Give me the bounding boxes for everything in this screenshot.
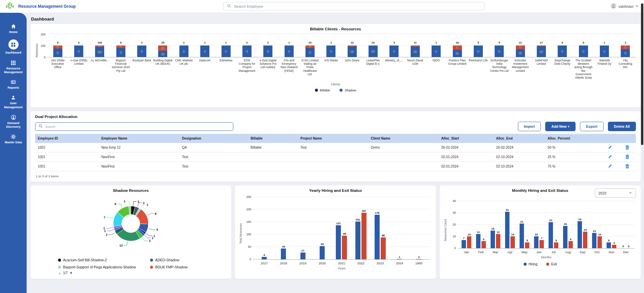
billable-plot-area: 8263314317126514222512132211112222111028… — [47, 34, 636, 79]
table-row[interactable]: 1001NaviFirstTest02-01-202402-10-202425 … — [35, 152, 636, 162]
home-icon — [11, 24, 16, 29]
yearly-plot: 0501001502002509432753137951511871788812 — [253, 197, 430, 260]
sidebar-item-master-data[interactable]: Master Data — [0, 133, 27, 146]
export-button[interactable]: Export — [580, 122, 603, 131]
employee-search-input[interactable] — [234, 4, 481, 8]
monthly-plot-wrap: Resources Count0102030407101261512311021… — [443, 201, 637, 259]
add-new-button[interactable]: Add New + — [545, 122, 576, 131]
cell-employee_name: NaviFirst — [98, 152, 179, 162]
billable-segment: 9 — [558, 46, 567, 57]
sidebar-item-resource-management[interactable]: Resource Management — [0, 59, 27, 76]
billable-value: 10 — [414, 50, 416, 53]
legend-page-down-icon[interactable]: ▼ — [69, 271, 73, 275]
donut-leader-line — [140, 205, 145, 208]
legend-label: Hiring — [529, 262, 537, 266]
billable-value: 2 — [183, 50, 184, 53]
legend-item-billable: Billable — [315, 88, 330, 92]
shadow-segment: 1 — [621, 46, 630, 49]
client-label: Wärtsilä Finland Oy — [594, 57, 615, 79]
client-label: Practice Plan Group Limited — [447, 57, 468, 79]
client-bar-group: 514 — [110, 34, 131, 57]
dashboard-icon — [8, 39, 19, 50]
stacked-bar: 9 — [579, 46, 588, 57]
yearly-y-axis-label: Total Resources — [238, 197, 243, 270]
resource-management-icon — [11, 60, 16, 65]
billable-x-labels: Abu Dhabi Executive OfficeA-Gas (ORB) Li… — [47, 57, 636, 79]
edit-button[interactable] — [602, 152, 619, 162]
client-label: AL MOAMM... — [89, 57, 110, 79]
table-row[interactable]: 1001NaviFirstTest02-01-202402-10-202475 … — [35, 162, 636, 171]
bar-group-apr: 3110 — [503, 201, 517, 248]
allocation-search[interactable] — [35, 122, 233, 131]
employee-search[interactable] — [223, 2, 485, 10]
hiring-dot — [524, 263, 527, 266]
billable-value: 11 — [456, 52, 459, 55]
hiring-value-label: 151 — [356, 218, 360, 221]
bayport-support-of-pega-applications-shadow-dot — [58, 266, 61, 269]
donut-leader-line — [107, 230, 114, 231]
bottom-cards-row: Shadow Resources 2218411212211761 Acaciu… — [30, 185, 641, 279]
x-tick-label: May — [517, 250, 532, 254]
x-tick-label: Dec — [619, 250, 633, 254]
billable-segment: 1 — [432, 46, 441, 57]
sidebar-item-user-management[interactable]: User Management — [0, 94, 27, 111]
exit-bar — [467, 236, 471, 248]
delete-button[interactable] — [619, 152, 636, 162]
bar-group-2018: 43 — [274, 197, 293, 259]
billable-segment: 16 — [537, 46, 546, 57]
x-tick-label: Jun — [532, 250, 546, 254]
donut-slice-value: 1 — [153, 234, 155, 238]
billable-value: 12 — [351, 50, 353, 53]
sidebar-item-dashboard[interactable]: Dashboard — [0, 38, 27, 56]
donut-leader-line — [146, 234, 152, 236]
sidebar-item-home[interactable]: Home — [0, 22, 27, 35]
hiring-bar — [549, 222, 553, 248]
y-tick-label: 50 — [248, 245, 251, 248]
client-bar-group: 44 — [384, 34, 405, 57]
billable-segment: 1 — [222, 46, 231, 57]
reports-icon — [11, 80, 16, 85]
x-tick-label: 2020 — [313, 261, 332, 265]
scrollbar-thumb[interactable] — [641, 3, 643, 145]
delete-button[interactable] — [619, 162, 636, 171]
user-menu[interactable]: vaishnavi — [611, 3, 639, 9]
delete-all-button[interactable]: Delete All — [608, 122, 636, 131]
stacked-bar: 14 — [116, 46, 125, 57]
cell-project_name — [298, 152, 368, 162]
billable-value: 2 — [267, 50, 269, 53]
billable-value: 2 — [141, 50, 143, 53]
billable-value: 6 — [57, 51, 58, 54]
column-header-project-name: Project Name — [298, 134, 368, 143]
client-label: Schlumberger India Technology Centre Pvt… — [489, 57, 510, 79]
shadow-segment: 1 — [116, 46, 125, 48]
y-tick-label: 20 — [453, 223, 456, 226]
column-header-billable: Billable — [248, 134, 298, 143]
billable-clients-card: Billable Clients - Resources Resources 0… — [30, 24, 641, 108]
allocation-search-input[interactable] — [45, 125, 230, 128]
shadow-dot — [340, 89, 343, 92]
table-row[interactable]: 1002New Emp 12QABillableTestDemo26-02-20… — [35, 143, 636, 152]
sidebar-item-demand-discovery[interactable]: Demand Discovery — [0, 113, 27, 130]
delete-button[interactable] — [619, 143, 636, 152]
stacked-bar: 4 — [389, 46, 399, 57]
edit-button[interactable] — [602, 143, 619, 152]
client-label: Datacom — [195, 57, 215, 79]
exit-value-label: 2 — [418, 256, 419, 259]
column-header-designation: Designation — [179, 134, 248, 143]
stacked-bar: 1 — [432, 46, 441, 57]
shadow-segment: 7 — [516, 46, 525, 49]
yearly-chart: Total Resources0501001502002509432753137… — [238, 197, 433, 270]
shadow-segment: 12 — [158, 46, 167, 51]
stacked-bar: 116 — [537, 46, 546, 57]
edit-button[interactable] — [602, 162, 619, 171]
import-button[interactable]: Import — [518, 122, 541, 131]
cell-alloc_percent: 25 % — [545, 152, 602, 162]
year-select[interactable]: 2023 — [595, 188, 636, 198]
shadow-value: 1 — [625, 46, 626, 49]
sidebar-item-reports[interactable]: Reports — [0, 78, 27, 91]
y-tick-label: 250 — [246, 195, 251, 199]
legend-page-up-icon[interactable]: ▲ — [58, 271, 61, 275]
exit-value-label: 0 — [628, 245, 629, 248]
bar-group-sep: 2314 — [575, 201, 590, 248]
billable-plot: 8263314317126514222512132211112222111028… — [47, 34, 636, 57]
